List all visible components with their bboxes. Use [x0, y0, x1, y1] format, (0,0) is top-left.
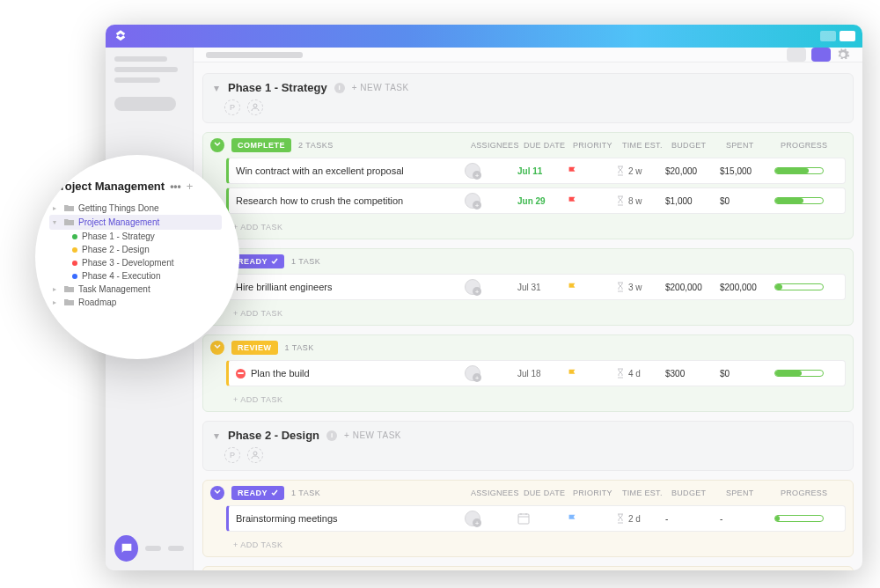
- new-task-button[interactable]: + NEW TASK: [352, 83, 409, 92]
- assignee-avatar[interactable]: +: [465, 193, 480, 209]
- section-toggle[interactable]: [210, 341, 224, 355]
- chat-icon: [120, 541, 134, 555]
- folder-row[interactable]: ▸ Getting Things Done: [53, 202, 222, 215]
- task-title: Hire brilliant engineers: [236, 282, 332, 292]
- assignee-avatar[interactable]: +: [465, 279, 480, 295]
- assignee-avatar[interactable]: +: [465, 511, 480, 526]
- task-title: Win contract with an excellent proposal: [236, 165, 404, 176]
- view-toggle-default[interactable]: [811, 48, 831, 62]
- add-task-button[interactable]: + ADD TASK: [203, 535, 853, 556]
- due-cell[interactable]: [517, 512, 567, 525]
- list-row[interactable]: Phase 3 - Development: [72, 256, 222, 269]
- flag-icon[interactable]: [567, 195, 577, 206]
- budget-cell[interactable]: $1,000: [665, 196, 720, 206]
- hourglass-icon: [616, 513, 625, 524]
- budget-cell[interactable]: $200,000: [665, 283, 720, 292]
- zoom-title: Project Management: [53, 180, 165, 193]
- list-row[interactable]: Phase 2 - Design: [72, 243, 222, 256]
- flag-icon[interactable]: [567, 368, 577, 379]
- title-bar: [106, 25, 862, 48]
- flag-icon[interactable]: [567, 513, 577, 524]
- progress-bar[interactable]: [774, 515, 824, 522]
- folder-row[interactable]: ▸ Roadmap: [53, 296, 222, 309]
- folder-icon: [64, 285, 74, 293]
- time-est-cell[interactable]: 3 w: [616, 282, 665, 292]
- due-cell[interactable]: Jul 31: [517, 283, 567, 292]
- collapse-icon[interactable]: ▾: [212, 431, 221, 440]
- time-est-cell[interactable]: 2 w: [616, 165, 665, 176]
- time-est-cell[interactable]: 8 w: [616, 195, 665, 206]
- status-pill[interactable]: READY: [231, 254, 284, 268]
- status-pill[interactable]: COMPLETE: [231, 138, 291, 152]
- add-folder-button[interactable]: +: [187, 180, 194, 193]
- folder-row[interactable]: ▸ Task Management: [53, 283, 222, 296]
- priority-placeholder-icon[interactable]: P: [224, 99, 240, 115]
- no-entry-icon: [236, 369, 246, 379]
- hourglass-icon: [616, 165, 625, 176]
- task-row[interactable]: Research how to crush the competition + …: [226, 187, 846, 214]
- task-count: 1 TASK: [291, 257, 320, 266]
- more-icon[interactable]: •••: [170, 180, 181, 193]
- assignee-avatar[interactable]: +: [465, 365, 480, 381]
- add-task-button[interactable]: + ADD TASK: [203, 217, 853, 239]
- hourglass-icon: [616, 195, 625, 206]
- info-icon[interactable]: i: [334, 83, 345, 93]
- due-cell[interactable]: Jul 18: [517, 369, 567, 379]
- time-est-cell[interactable]: 2 d: [616, 513, 665, 524]
- spent-cell[interactable]: $200,000: [720, 283, 774, 292]
- folder-tree-zoom: Project Management ••• + ▸ Getting Thing…: [35, 155, 239, 359]
- task-title: Brainstorming meetings: [236, 513, 338, 524]
- list-row[interactable]: Phase 4 - Execution: [72, 269, 222, 283]
- task-count: 1 TASK: [285, 343, 314, 352]
- assignee-placeholder-icon[interactable]: [247, 99, 263, 115]
- svg-point-0: [253, 104, 257, 107]
- due-cell[interactable]: Jun 29: [517, 196, 567, 206]
- info-icon[interactable]: i: [326, 430, 337, 441]
- hourglass-icon: [616, 282, 625, 292]
- task-row[interactable]: Win contract with an excellent proposal …: [226, 158, 846, 184]
- flag-icon[interactable]: [567, 282, 577, 292]
- section-toggle[interactable]: [210, 138, 224, 152]
- add-task-button[interactable]: + ADD TASK: [203, 304, 853, 325]
- time-est-cell[interactable]: 4 d: [616, 368, 665, 379]
- svg-point-1: [253, 452, 257, 455]
- add-task-button[interactable]: + ADD TASK: [203, 390, 853, 411]
- new-task-button[interactable]: + NEW TASK: [344, 430, 401, 440]
- spent-cell[interactable]: $0: [720, 196, 774, 206]
- budget-cell[interactable]: $300: [665, 369, 720, 379]
- spent-cell[interactable]: $0: [720, 369, 774, 379]
- task-row[interactable]: Brainstorming meetings + 2 d - -: [226, 505, 846, 532]
- status-pill[interactable]: REVIEW: [231, 341, 278, 355]
- status-pill[interactable]: READY: [231, 486, 284, 500]
- calendar-icon[interactable]: [517, 512, 530, 525]
- folder-row[interactable]: ▾ Project Management: [49, 215, 222, 230]
- spent-cell[interactable]: -: [720, 514, 774, 524]
- folder-icon: [64, 218, 74, 226]
- priority-placeholder-icon[interactable]: P: [224, 447, 240, 463]
- progress-bar[interactable]: [774, 197, 824, 204]
- window-minimize-button[interactable]: [820, 31, 836, 41]
- spent-cell[interactable]: $15,000: [720, 166, 774, 176]
- task-title: Research how to crush the competition: [236, 195, 403, 206]
- section-toggle[interactable]: [210, 486, 224, 500]
- list-row[interactable]: Phase 1 - Strategy: [72, 230, 222, 243]
- task-row[interactable]: Hire brilliant engineers + Jul 31 3 w $2…: [226, 274, 846, 300]
- due-cell[interactable]: Jul 11: [517, 166, 567, 176]
- assignee-avatar[interactable]: +: [465, 163, 480, 179]
- chat-button[interactable]: [114, 535, 138, 562]
- progress-bar[interactable]: [774, 283, 824, 290]
- budget-cell[interactable]: -: [665, 514, 720, 524]
- assignee-placeholder-icon[interactable]: [247, 447, 263, 463]
- folder-icon: [64, 204, 74, 212]
- budget-cell[interactable]: $20,000: [665, 166, 720, 176]
- view-toggle-compact[interactable]: [787, 48, 806, 62]
- collapse-icon[interactable]: ▾: [212, 84, 221, 92]
- window-maximize-button[interactable]: [840, 31, 855, 41]
- progress-bar[interactable]: [774, 167, 824, 174]
- gear-icon[interactable]: [836, 48, 850, 62]
- flag-icon[interactable]: [567, 165, 577, 176]
- task-row[interactable]: Plan the build + Jul 18 4 d $300 $0: [226, 360, 846, 386]
- task-count: 1 TASK: [291, 489, 320, 497]
- progress-bar[interactable]: [774, 370, 824, 377]
- clickup-logo-icon: [113, 28, 128, 44]
